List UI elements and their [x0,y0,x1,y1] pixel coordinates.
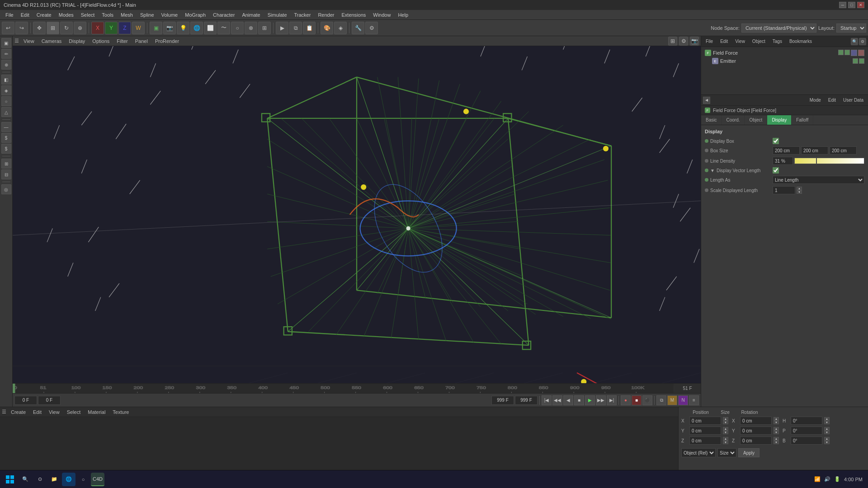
taskbar-c4d[interactable]: C4D [91,473,104,486]
prev-frame-button[interactable]: ◀◀ [552,395,562,405]
emitter-object[interactable]: E Emitter [703,57,866,65]
line-density-input[interactable] [773,157,793,165]
menu-mesh[interactable]: Mesh [117,11,137,19]
rot-h-up[interactable]: ▲ [824,417,830,421]
select-tool[interactable]: ⊕ [74,22,86,34]
menu-window[interactable]: Window [369,11,394,19]
mat-menu-icon[interactable]: ☰ [2,409,6,415]
tool-3[interactable]: ○ [1,96,11,106]
tool-9[interactable]: ⊟ [1,169,11,179]
obj-render-check-1[interactable] [844,50,850,55]
frame-end-input[interactable] [515,396,538,405]
tool-4[interactable]: △ [1,107,11,117]
viewport-canvas[interactable]: Perspective Default Camera ✦ Grid Spacin… [13,46,701,383]
rot-p-up[interactable]: ▲ [824,427,830,431]
edit-label[interactable]: Edit [826,97,839,103]
rot-h-down[interactable]: ▼ [824,421,830,424]
sky-button[interactable]: 🌐 [190,22,203,34]
connect-button[interactable]: ⊞ [258,22,271,34]
record-button[interactable]: ● [621,395,631,405]
prorender-menu[interactable]: ProRender [152,38,182,44]
tool-5[interactable]: — [1,122,11,132]
mat-texture[interactable]: Texture [110,409,132,415]
menu-extensions[interactable]: Extensions [338,11,369,19]
node-space-select[interactable]: Current (Standard/Physical) [741,23,816,33]
null-button[interactable]: ○ [231,22,244,34]
menu-spline[interactable]: Spline [137,11,158,19]
material-button[interactable]: ◈ [334,22,347,34]
frame-current-input[interactable] [38,396,61,405]
taskbar-edge[interactable]: 🌐 [62,473,75,486]
frame-start-input[interactable] [14,396,37,405]
panel-menu[interactable]: Panel [132,38,151,44]
display-menu[interactable]: Display [66,38,88,44]
menu-simulate[interactable]: Simulate [264,11,291,19]
light-button[interactable]: 💡 [177,22,189,34]
mode-select[interactable]: ⊕ [1,60,11,70]
go-start-button[interactable]: |◀ [542,395,552,405]
nla-button[interactable]: N [678,395,688,405]
options-menu[interactable]: Options [90,38,112,44]
pos-y-up[interactable]: ▲ [723,427,728,431]
motion-clip-button[interactable]: ⧉ [656,395,666,405]
size-z-down[interactable]: ▼ [774,441,779,444]
pos-x-up[interactable]: ▲ [723,417,728,421]
bookmarks-menu[interactable]: Bookmarks [787,38,815,44]
menu-file[interactable]: File [2,11,17,19]
rot-h-input[interactable] [791,417,822,425]
tool-1[interactable]: ◧ [1,75,11,84]
taskbar-file-explorer[interactable]: 📁 [47,473,61,486]
menu-tools[interactable]: Tools [98,11,117,19]
settings-button[interactable]: ⚙ [365,22,378,34]
edit-menu[interactable]: Edit [717,38,731,44]
tool-8[interactable]: ⊞ [1,159,11,169]
menu-tracker[interactable]: Tracker [291,11,315,19]
obj-search[interactable]: 🔍 [851,38,858,45]
stop-button[interactable]: ■ [574,395,584,405]
box-size-x-input[interactable] [773,146,800,155]
size-y-down[interactable]: ▼ [774,431,779,434]
floor-button[interactable]: ⬜ [204,22,217,34]
props-back-button[interactable]: ◀ [703,97,710,104]
object-menu[interactable]: Object [750,38,768,44]
menu-create[interactable]: Create [33,11,55,19]
spline-button[interactable]: 〜 [217,22,230,34]
menu-volume[interactable]: Volume [158,11,182,19]
file-menu[interactable]: File [703,38,716,44]
mode-paint[interactable]: ✏ [1,49,11,59]
move-tool[interactable]: ✥ [33,22,46,34]
size-z-input[interactable] [740,436,772,445]
viewport-maximize[interactable]: ⊞ [668,37,677,46]
apply-button[interactable]: Apply [738,448,760,457]
render-queue-button[interactable]: 📋 [303,22,316,34]
close-button[interactable]: ✕ [857,2,864,8]
tags-menu[interactable]: Tags [770,38,785,44]
render-region-button[interactable]: ⧉ [289,22,302,34]
mat-edit[interactable]: Edit [30,409,44,415]
boole-button[interactable]: ⊗ [245,22,257,34]
redo-button[interactable]: ↪ [15,22,28,34]
viewport-camera-link[interactable]: 📷 [690,37,699,46]
rot-p-input[interactable] [791,427,822,435]
scale-tool[interactable]: ⊞ [47,22,59,34]
world-axis-button[interactable]: W [132,22,145,34]
menu-mograph[interactable]: MoGraph [181,11,209,19]
emitter-vis-check[interactable] [853,58,858,64]
camera-button[interactable]: 📷 [163,22,176,34]
cameras-menu[interactable]: Cameras [39,38,65,44]
mode-model[interactable]: ▣ [1,38,11,48]
obj-tag-2[interactable] [858,50,864,56]
emitter-render-check[interactable] [859,58,864,64]
box-size-z-input[interactable] [830,146,857,155]
menu-character[interactable]: Character [209,11,238,19]
scale-up[interactable]: ▲ [797,187,802,190]
pos-y-input[interactable] [689,427,721,435]
mat-material[interactable]: Material [85,409,108,415]
filter-menu[interactable]: Filter [114,38,130,44]
timeline-ruler[interactable]: 0 51 100 150 200 250 300 [13,384,674,393]
x-axis-button[interactable]: X [91,22,104,34]
pos-z-up[interactable]: ▲ [723,437,728,441]
obj-vis-check-1[interactable] [838,50,844,55]
menu-modes[interactable]: Modes [55,11,77,19]
frame-end-display[interactable] [491,396,514,405]
